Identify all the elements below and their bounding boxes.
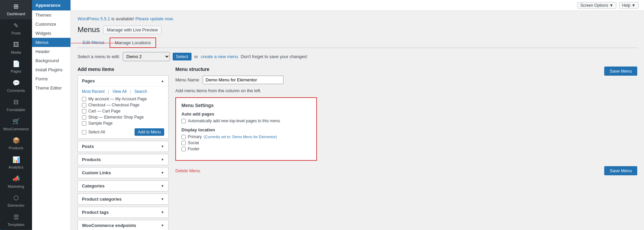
tab-most-recent[interactable]: Most Recent [82,89,105,94]
save-menu-button-top[interactable]: Save Menu [604,67,637,76]
menu-settings-box: Menu Settings Auto add pages Automatical… [175,97,317,161]
add-to-menu-button[interactable]: Add to Menu [135,128,164,136]
accordion-pages-label: Pages [82,78,95,83]
appearance-submenu-menus[interactable]: Menus [32,38,70,47]
accordion-products-header[interactable]: Products▼ [78,154,168,165]
location-label-0: Primary [188,134,202,139]
screen-options-button[interactable]: Screen Options ▼ [577,2,616,9]
sidebar-item-dashboard[interactable]: ⊞Dashboard [0,0,32,19]
menu-select[interactable]: Demo 2 [123,52,170,61]
formidable-icon: ⊟ [13,98,19,106]
accordion-custom-links-header[interactable]: Custom Links▼ [78,168,168,178]
location-checkbox-2[interactable] [181,147,186,151]
marketing-icon: 📣 [12,175,20,183]
tab-manage-locations[interactable]: Manage Locations ←———————————— [110,37,156,48]
appearance-submenu-customize[interactable]: Customize [32,20,70,29]
accordion-product-categories: Product categories▼ [78,194,169,205]
appearance-submenu-themes[interactable]: Themes [32,10,70,20]
sidebar-label-templates: Templates [7,222,24,227]
main-content: Screen Options ▼ Help ▼ WordPress 5.5.1 … [71,0,644,230]
pages-list: My account — My Account PageCheckout — C… [82,97,164,126]
page-label: Checkout — Checkout Page [88,103,139,107]
manage-live-preview-button[interactable]: Manage with Live Preview [103,26,162,34]
select-all-row: Select All Add to Menu [82,128,164,136]
accordion-custom-links: Custom Links▼ [78,167,169,178]
delete-menu-button[interactable]: Delete Menu [175,168,200,173]
sidebar-item-analytics[interactable]: 📊Analytics [0,153,32,173]
location-checkbox-0[interactable] [181,135,186,139]
page-checkbox[interactable] [82,103,86,107]
sidebar-item-comments[interactable]: 💬Comments [0,77,32,96]
menus-title-row: Menus Manage with Live Preview [78,25,637,34]
comments-icon: 💬 [12,79,20,87]
sidebar-item-templates[interactable]: ☰Templates [0,211,32,230]
update-now-link[interactable]: Please update now. [136,16,174,21]
page-list-item: Cart — Cart Page [82,109,164,113]
location-item-2: Footer [181,147,311,151]
sidebar-item-formidable[interactable]: ⊟Formidable [0,96,32,115]
tab-bar: Edit Menus Manage Locations ←———————————… [78,37,637,48]
elementor-icon: ⬡ [13,194,19,202]
sidebar-item-products[interactable]: 📦Products [0,134,32,153]
display-location-group: Display location Primary(Currently set t… [181,127,311,151]
left-column: Add menu items Pages ▲ Most Recent | Vie… [78,67,169,230]
page-label: My account — My Account Page [88,97,147,101]
posts-icon: ✎ [13,22,19,30]
accordion-categories-header[interactable]: Categories▼ [78,181,168,191]
accordion-woocommerce-endpoints: WooCommerce endpoints▼ [78,220,169,230]
page-checkbox[interactable] [82,115,86,120]
location-checkbox-1[interactable] [181,141,186,145]
select-menu-button[interactable]: Select [173,53,192,60]
select-all-label[interactable]: Select All [82,130,105,134]
accordion-product-tags-chevron: ▼ [161,210,164,214]
dont-forget-text: Don't forget to save your changes! [241,54,308,59]
accordion-categories-chevron: ▼ [161,184,164,188]
analytics-icon: 📊 [12,156,20,164]
sidebar-label-media: Media [11,50,21,55]
auto-add-item: Automatically add new top-level pages to… [181,119,311,123]
create-new-menu-link[interactable]: create a new menu [201,54,238,59]
tab-view-all[interactable]: View All [112,89,126,94]
update-version-link[interactable]: WordPress 5.5.1 [78,16,110,21]
appearance-submenu-theme-editor[interactable]: Theme Editor [32,83,70,93]
appearance-submenu-background[interactable]: Background [32,56,70,65]
sidebar-item-marketing[interactable]: 📣Marketing [0,172,32,191]
accordion-products-chevron: ▼ [161,158,164,161]
accordion-posts: Posts▼ [78,141,169,152]
accordion-woocommerce-endpoints-label: WooCommerce endpoints [82,223,136,228]
appearance-submenu-forms[interactable]: Forms [32,74,70,83]
accordion-product-categories-label: Product categories [82,197,122,202]
select-all-checkbox[interactable] [82,130,86,134]
sidebar-item-pages[interactable]: 📄Pages [0,57,32,77]
or-text: or [194,54,198,59]
sidebar-item-posts[interactable]: ✎Posts [0,19,32,39]
sidebar-item-elementor[interactable]: ⬡Elementor [0,191,32,211]
menu-name-label: Menu Name [175,77,199,82]
menu-name-input[interactable] [203,76,284,84]
accordion-posts-label: Posts [82,144,94,149]
accordion-products: Products▼ [78,154,169,165]
sidebar-item-woocommerce[interactable]: 🛒WooCommerce [0,115,32,134]
accordion-pages-header[interactable]: Pages ▲ [78,76,168,86]
accordion-woocommerce-endpoints-header[interactable]: WooCommerce endpoints▼ [78,220,168,230]
sidebar-item-media[interactable]: 🖼Media [0,38,32,57]
sidebar: ⊞Dashboard✎Posts🖼Media📄Pages💬Comments⊟Fo… [0,0,32,230]
page-checkbox[interactable] [82,121,86,126]
accordion-product-tags-header[interactable]: Product tags▼ [78,207,168,218]
help-button[interactable]: Help ▼ [619,2,639,9]
accordion-product-categories-header[interactable]: Product categories▼ [78,194,168,204]
accordion-posts-header[interactable]: Posts▼ [78,141,168,152]
page-checkbox[interactable] [82,97,86,101]
menu-settings-title: Menu Settings [181,103,311,108]
appearance-submenu-widgets[interactable]: Widgets [32,29,70,38]
save-menu-button-bottom[interactable]: Save Menu [604,166,637,175]
appearance-submenu-install-plugins[interactable]: Install Plugins [32,65,70,74]
select-menu-label: Select a menu to edit: [78,54,120,59]
appearance-submenu-header[interactable]: Header [32,47,70,56]
sidebar-label-formidable: Formidable [7,107,25,112]
tab-search[interactable]: Search [134,89,147,94]
auto-add-checkbox[interactable] [181,119,186,123]
accordion-categories-label: Categories [82,183,105,188]
page-checkbox[interactable] [82,109,86,113]
accordion-categories: Categories▼ [78,180,169,191]
